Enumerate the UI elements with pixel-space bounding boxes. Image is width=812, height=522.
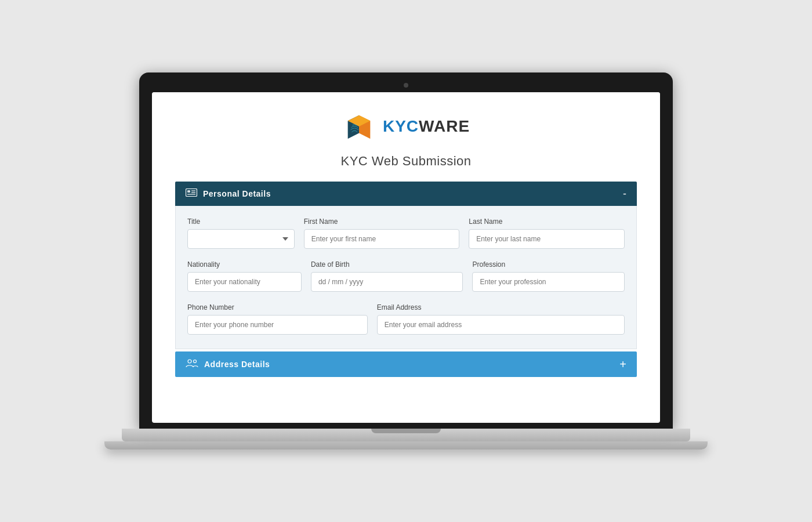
address-expand-button[interactable]: +	[619, 358, 626, 370]
phone-group: Phone Number	[187, 303, 368, 335]
first-name-input[interactable]	[304, 229, 460, 249]
personal-collapse-button[interactable]: -	[623, 188, 626, 199]
laptop-camera	[404, 83, 408, 88]
personal-details-section: Personal Details - Title Mr	[175, 182, 637, 349]
title-group: Title Mr Mrs Ms Dr Prof	[187, 217, 295, 249]
first-name-label: First Name	[304, 217, 460, 226]
logo-kyc: KYC	[383, 117, 419, 135]
id-card-icon	[186, 188, 197, 199]
personal-header-title: Personal Details	[203, 189, 271, 198]
phone-label: Phone Number	[187, 303, 368, 311]
last-name-group: Last Name	[469, 217, 625, 249]
profession-input[interactable]	[472, 272, 625, 292]
logo-ware: WARE	[419, 117, 470, 135]
first-name-group: First Name	[304, 217, 460, 249]
laptop-screen-inner: KYCWARE KYC Web Submission	[152, 92, 660, 423]
svg-point-9	[194, 360, 197, 363]
personal-form-body: Title Mr Mrs Ms Dr Prof	[175, 206, 637, 349]
phone-input[interactable]	[187, 315, 368, 335]
email-label: Email Address	[377, 303, 625, 311]
profession-group: Profession	[472, 260, 625, 292]
page-title: KYC Web Submission	[175, 154, 637, 169]
address-header-title: Address Details	[204, 360, 270, 369]
last-name-label: Last Name	[469, 217, 625, 226]
address-details-section: Address Details +	[175, 351, 637, 377]
laptop-base-notch	[371, 429, 441, 433]
svg-point-8	[188, 360, 191, 363]
title-select[interactable]: Mr Mrs Ms Dr Prof	[187, 229, 295, 249]
email-group: Email Address	[377, 303, 625, 335]
laptop-screen-outer: KYCWARE KYC Web Submission	[139, 72, 673, 429]
laptop-wrapper: KYCWARE KYC Web Submission	[104, 72, 708, 449]
logo-text: KYCWARE	[383, 117, 470, 136]
dob-input[interactable]	[311, 272, 463, 292]
title-label: Title	[187, 217, 295, 226]
form-row-1: Title Mr Mrs Ms Dr Prof	[187, 217, 625, 249]
email-input[interactable]	[377, 315, 625, 335]
nationality-group: Nationality	[187, 260, 302, 292]
svg-rect-4	[187, 190, 190, 193]
profession-label: Profession	[472, 260, 625, 269]
address-header-left: Address Details	[186, 358, 270, 370]
form-row-3: Phone Number Email Address	[187, 303, 625, 335]
last-name-input[interactable]	[469, 229, 625, 249]
laptop-foot	[104, 441, 708, 449]
personal-details-header: Personal Details -	[175, 182, 637, 206]
kycware-logo-icon	[342, 110, 376, 143]
nationality-input[interactable]	[187, 272, 302, 292]
form-row-2: Nationality Date of Birth Profession	[187, 260, 625, 292]
dob-label: Date of Birth	[311, 260, 463, 269]
personal-header-left: Personal Details	[186, 188, 271, 199]
dob-group: Date of Birth	[311, 260, 463, 292]
logo-area: KYCWARE	[175, 110, 637, 143]
screen-content: KYCWARE KYC Web Submission	[152, 92, 660, 389]
address-icon	[186, 358, 198, 370]
laptop-base	[122, 429, 690, 441]
nationality-label: Nationality	[187, 260, 302, 269]
